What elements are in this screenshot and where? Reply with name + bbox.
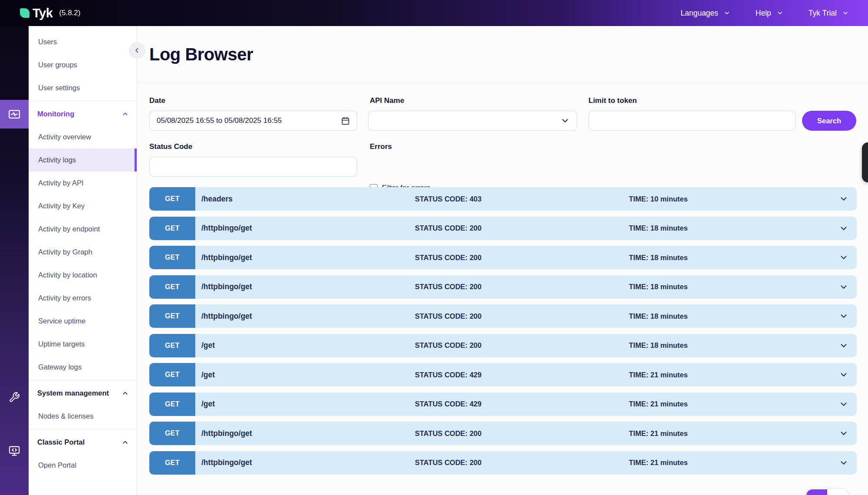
sidebar-item[interactable]	[29, 429, 137, 429]
search-button[interactable]: Search	[802, 111, 856, 131]
log-row[interactable]: GET /httpbingo/get STATUS CODE: 200 TIME…	[149, 246, 857, 269]
sidebar-item-label: User groups	[38, 61, 77, 69]
log-list: GET /headers STATUS CODE: 403 TIME: 10 m…	[149, 187, 857, 480]
scrollbar-thumb[interactable]	[862, 142, 868, 182]
portal-monitor-icon	[8, 445, 20, 457]
sidebar-item[interactable]: Service uptime	[29, 310, 137, 333]
sidebar-item-label: Open Portal	[38, 461, 76, 469]
status-code-input[interactable]	[149, 157, 357, 177]
log-time: TIME: 21 minutes	[629, 451, 831, 475]
http-method-badge: GET	[149, 275, 195, 299]
errors-label: Errors	[370, 142, 392, 151]
sidebar-item-label: System management	[37, 389, 109, 397]
rail-item-classic-portal[interactable]	[0, 439, 29, 462]
expand-row-button[interactable]	[831, 187, 857, 211]
expand-row-button[interactable]	[831, 363, 857, 386]
api-name-select[interactable]	[368, 111, 577, 131]
sidebar-item[interactable]: Monitoring	[29, 102, 137, 125]
log-path: /get	[195, 393, 415, 416]
http-method-badge: GET	[149, 451, 195, 475]
log-row[interactable]: GET /httpbingo/get STATUS CODE: 200 TIME…	[149, 275, 857, 299]
log-path: /httpbingo/get	[195, 217, 415, 240]
sidebar-item[interactable]: Uptime targets	[29, 333, 137, 356]
date-range-input[interactable]: 05/08/2025 16:55 to 05/08/2025 16:55	[149, 111, 357, 131]
expand-row-button[interactable]	[831, 393, 857, 416]
log-path: /httpbingo/get	[195, 275, 415, 299]
sidebar-item[interactable]: Nodes & licenses	[29, 405, 137, 428]
expand-row-button[interactable]	[831, 275, 857, 299]
topbar-menu-item[interactable]: Help	[756, 9, 783, 18]
limit-token-label: Limit to token	[589, 96, 637, 105]
sidebar-item[interactable]: Activity logs	[29, 148, 137, 172]
chevron-down-icon	[839, 341, 848, 350]
sidebar-item[interactable]: User groups	[29, 53, 137, 76]
log-row[interactable]: GET /httpbingo/get STATUS CODE: 200 TIME…	[149, 451, 857, 475]
sidebar: Users User groups User settings Monitori…	[29, 26, 137, 495]
http-method-badge: GET	[149, 304, 195, 328]
sidebar-item[interactable]: User settings	[29, 76, 137, 99]
chevron-down-icon	[839, 282, 848, 292]
sidebar-item-label: Service uptime	[38, 317, 85, 325]
sidebar-item[interactable]: System management	[29, 382, 137, 405]
sidebar-item-label: Nodes & licenses	[38, 412, 93, 420]
log-path: /get	[195, 334, 415, 357]
log-status-code: STATUS CODE: 200	[415, 304, 629, 328]
log-time: TIME: 18 minutes	[629, 246, 831, 269]
sidebar-item-label: Monitoring	[37, 110, 74, 118]
sidebar-item[interactable]: Activity by endpoint	[29, 218, 137, 241]
rail-item-system-management[interactable]	[0, 386, 29, 409]
topbar: Tyk (5.8.2) Languages Help Tyk Trial	[0, 0, 868, 26]
sidebar-collapse-button[interactable]	[129, 42, 145, 59]
log-row[interactable]: GET /get STATUS CODE: 429 TIME: 21 minut…	[149, 363, 857, 386]
log-status-code: STATUS CODE: 200	[415, 334, 629, 357]
expand-row-button[interactable]	[831, 304, 857, 328]
topbar-menu-item[interactable]: Languages	[681, 9, 730, 18]
sidebar-item[interactable]: Classic Portal	[29, 431, 137, 454]
log-row[interactable]: GET /httpbingo/get STATUS CODE: 200 TIME…	[149, 304, 857, 328]
log-row[interactable]: GET /headers STATUS CODE: 403 TIME: 10 m…	[149, 187, 857, 211]
log-row[interactable]: GET /httpbingo/get STATUS CODE: 200 TIME…	[149, 217, 857, 240]
sidebar-item[interactable]: Activity overview	[29, 125, 137, 148]
log-time: TIME: 21 minutes	[629, 422, 831, 445]
chevron-down-icon	[560, 116, 570, 125]
sidebar-item[interactable]: Activity by API	[29, 172, 137, 195]
main-content: Log Browser Date 05/08/2025 16:55 to 05/…	[137, 26, 868, 495]
rail-item-monitoring[interactable]	[0, 100, 29, 129]
expand-row-button[interactable]	[831, 217, 857, 240]
sidebar-item[interactable]: Gateway logs	[29, 356, 137, 379]
chevron-down-icon	[839, 458, 848, 468]
sidebar-item-label: Activity by endpoint	[38, 225, 100, 233]
activity-monitor-icon	[8, 108, 21, 121]
limit-token-input[interactable]	[589, 111, 796, 131]
status-code-label: Status Code	[149, 142, 192, 151]
tyk-logo[interactable]: Tyk (5.8.2)	[20, 6, 80, 20]
http-method-badge: GET	[149, 217, 195, 240]
sidebar-item[interactable]: Activity by errors	[29, 287, 137, 310]
sidebar-item[interactable]	[29, 380, 137, 380]
expand-row-button[interactable]	[831, 422, 857, 445]
pagination-active-segment[interactable]	[806, 489, 827, 495]
log-time: TIME: 18 minutes	[629, 334, 831, 357]
logo-text: Tyk	[33, 6, 53, 20]
log-path: /httpbingo/get	[195, 422, 415, 445]
sidebar-item-label: Activity by location	[38, 271, 97, 279]
pagination-control[interactable]	[806, 489, 848, 495]
chevron-down-icon	[839, 253, 848, 262]
sidebar-item[interactable]: Open Portal	[29, 454, 137, 477]
title-divider	[137, 82, 868, 83]
log-row[interactable]: GET /httpbingo/get STATUS CODE: 200 TIME…	[149, 422, 857, 445]
sidebar-item[interactable]: Users	[29, 30, 137, 53]
http-method-badge: GET	[149, 393, 195, 416]
expand-row-button[interactable]	[831, 451, 857, 475]
log-row[interactable]: GET /get STATUS CODE: 429 TIME: 21 minut…	[149, 393, 857, 416]
sidebar-item[interactable]: Activity by Graph	[29, 241, 137, 264]
sidebar-item[interactable]	[29, 101, 137, 101]
topbar-menu-item[interactable]: Tyk Trial	[809, 9, 849, 18]
log-status-code: STATUS CODE: 200	[415, 422, 629, 445]
sidebar-item[interactable]: Activity by Key	[29, 195, 137, 218]
log-row[interactable]: GET /get STATUS CODE: 200 TIME: 18 minut…	[149, 334, 857, 357]
sidebar-item-label: Activity by Key	[38, 202, 85, 210]
sidebar-item[interactable]: Activity by location	[29, 264, 137, 287]
expand-row-button[interactable]	[831, 246, 857, 269]
expand-row-button[interactable]	[831, 334, 857, 357]
